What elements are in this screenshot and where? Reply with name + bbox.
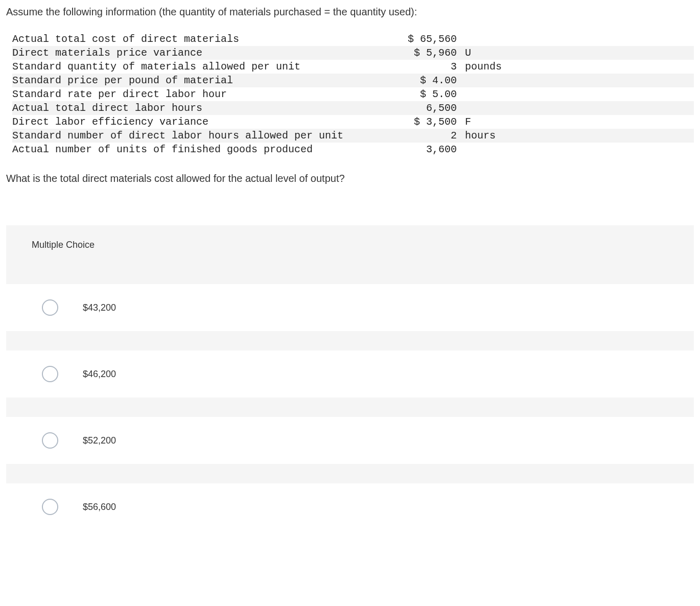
- table-row: Standard rate per direct labor hour $ 5.…: [12, 87, 694, 101]
- option-item[interactable]: $43,200: [6, 284, 694, 331]
- data-table: Actual total cost of direct materials $ …: [12, 32, 694, 156]
- radio-icon[interactable]: [42, 432, 58, 449]
- row-label: Actual total cost of direct materials: [12, 32, 395, 46]
- row-label: Standard price per pound of material: [12, 74, 395, 87]
- row-suffix: U: [457, 46, 471, 60]
- row-suffix: [457, 32, 459, 46]
- intro-text: Assume the following information (the qu…: [6, 6, 694, 18]
- row-label: Standard quantity of materials allowed p…: [12, 60, 395, 74]
- option-label: $56,600: [83, 502, 116, 512]
- row-suffix: F: [457, 115, 471, 129]
- row-value: $ 3,500: [395, 115, 457, 129]
- table-row: Actual total cost of direct materials $ …: [12, 32, 694, 46]
- table-row: Actual total direct labor hours 6,500: [12, 101, 694, 115]
- row-value: 2: [395, 129, 457, 143]
- radio-icon[interactable]: [42, 299, 58, 316]
- row-suffix: [457, 143, 459, 156]
- radio-icon[interactable]: [42, 366, 58, 382]
- row-value: $ 4.00: [395, 74, 457, 87]
- row-value: $ 5.00: [395, 87, 457, 101]
- table-row: Standard number of direct labor hours al…: [12, 129, 694, 143]
- row-value: $ 65,560: [395, 32, 457, 46]
- table-row: Standard price per pound of material $ 4…: [12, 74, 694, 87]
- table-row: Standard quantity of materials allowed p…: [12, 60, 694, 74]
- table-row: Actual number of units of finished goods…: [12, 143, 694, 156]
- row-value: 3,600: [395, 143, 457, 156]
- row-label: Actual total direct labor hours: [12, 101, 395, 115]
- option-item[interactable]: $56,600: [6, 483, 694, 524]
- mc-header: Multiple Choice: [6, 225, 694, 265]
- radio-icon[interactable]: [42, 499, 58, 515]
- row-label: Actual number of units of finished goods…: [12, 143, 395, 156]
- row-label: Standard rate per direct labor hour: [12, 87, 395, 101]
- table-row: Direct materials price variance $ 5,960 …: [12, 46, 694, 60]
- row-suffix: hours: [457, 129, 496, 143]
- table-row: Direct labor efficiency variance $ 3,500…: [12, 115, 694, 129]
- row-label: Direct labor efficiency variance: [12, 115, 395, 129]
- row-value: 3: [395, 60, 457, 74]
- row-suffix: [457, 101, 459, 115]
- option-item[interactable]: $52,200: [6, 417, 694, 464]
- row-label: Direct materials price variance: [12, 46, 395, 60]
- option-label: $46,200: [83, 369, 116, 380]
- row-value: $ 5,960: [395, 46, 457, 60]
- option-item[interactable]: $46,200: [6, 351, 694, 398]
- option-label: $52,200: [83, 435, 116, 446]
- row-suffix: [457, 87, 459, 101]
- row-suffix: [457, 74, 459, 87]
- row-suffix: pounds: [457, 60, 502, 74]
- row-label: Standard number of direct labor hours al…: [12, 129, 395, 143]
- question-text: What is the total direct materials cost …: [6, 173, 694, 184]
- row-value: 6,500: [395, 101, 457, 115]
- option-label: $43,200: [83, 302, 116, 313]
- multiple-choice-container: Multiple Choice $43,200 $46,200 $52,200 …: [6, 225, 694, 524]
